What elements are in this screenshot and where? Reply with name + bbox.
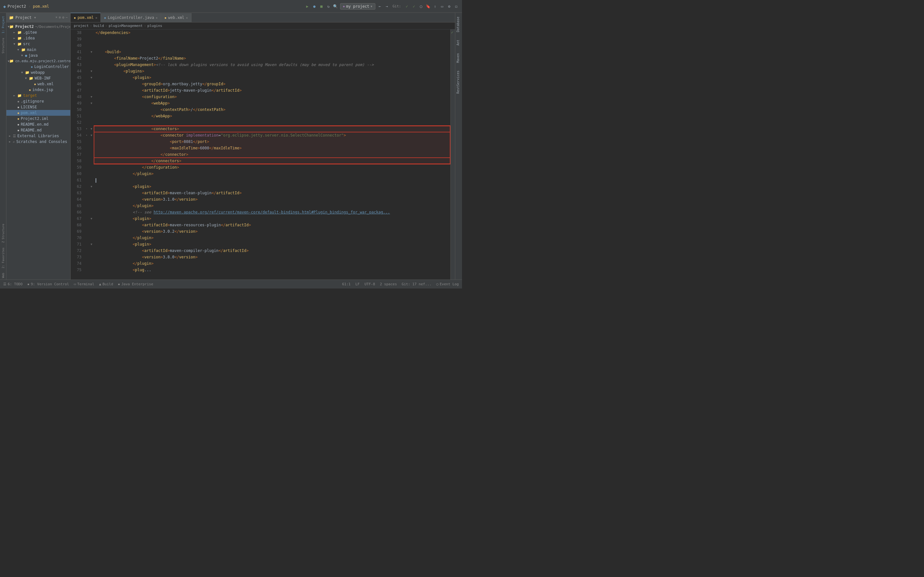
search-button[interactable]: 🔍 <box>333 4 338 9</box>
tree-item-readme[interactable]: . ▪ README.md <box>6 127 70 133</box>
tree-item-webinf[interactable]: ▼ 📁 WEB-INF <box>6 75 70 81</box>
history-button[interactable]: ◯ <box>418 4 423 9</box>
code-line-55: <port>8081</port> <box>94 139 451 145</box>
right-panel-maven[interactable]: Maven <box>455 49 462 67</box>
tab-close-logincontroller[interactable]: ✕ <box>156 16 158 19</box>
tree-item-license[interactable]: . ▪ LICENSE <box>6 104 70 110</box>
main-layout: 1: Project Structure Z Structure 2: Favo… <box>0 13 462 279</box>
status-build[interactable]: ▲ Build <box>99 282 113 286</box>
build-button[interactable]: ■ <box>319 4 324 9</box>
tree-item-logincontroller[interactable]: ► ▪ LoginController <box>6 64 70 69</box>
tree-item-main[interactable]: ▼ 📁 main <box>6 47 70 53</box>
project-panel-title: Project <box>15 15 32 20</box>
tree-item-readmeen[interactable]: . ▪ README.en.md <box>6 121 70 127</box>
tree-item-webapp[interactable]: ▼ 📁 webapp <box>6 69 70 75</box>
status-version-control[interactable]: ▪ 9: Version Control <box>27 282 69 286</box>
tree-item-project2iml[interactable]: . ▪ Project2.iml <box>6 116 70 121</box>
back-button[interactable]: ← <box>377 4 383 9</box>
git-check2[interactable]: ✓ <box>411 4 417 9</box>
panel-icon-gear[interactable]: ⚙ <box>62 15 65 19</box>
tree-item-gitignore[interactable]: . ▪ .gitignore <box>6 98 70 104</box>
panel-icon-close[interactable]: − <box>65 15 68 19</box>
settings-button[interactable]: ⚙ <box>447 4 452 9</box>
tree-item-gitee[interactable]: ► 📁 .gitee <box>6 29 70 35</box>
tree-item-webxml[interactable]: . ▪ web.xml <box>6 81 70 87</box>
code-line-72: <artifactId>maven-compiler-plugin</artif… <box>94 247 451 254</box>
share-button[interactable]: ⇧ <box>433 4 438 9</box>
panel-header-icons: ☀ ≡ ⚙ − <box>55 15 68 19</box>
code-scroll-area[interactable]: 38 39 40 41▼ 42 43 44▼ 45▼ 46 47 48▼ 49▼ <box>71 29 455 279</box>
breadcrumb-item-build[interactable]: build <box>94 24 104 28</box>
left-panel-structure[interactable]: Structure <box>1 36 5 55</box>
tab-close-webxml[interactable]: ✕ <box>186 16 188 19</box>
status-java-enterprise[interactable]: ▪ Java Enterprise <box>118 282 153 286</box>
left-panel-project[interactable]: 1: Project <box>1 15 5 35</box>
label-readmeen: README.en.md <box>21 122 49 127</box>
tree-item-project2[interactable]: ▼ 📁 Project2 ~/Documents/Project2 <box>6 24 70 29</box>
file-tree: ▼ 📁 Project2 ~/Documents/Project2 ► 📁 .g… <box>6 23 70 279</box>
tree-item-idea[interactable]: ► 📁 .idea <box>6 35 70 41</box>
project-logo: ◆ Project2 › pom.xml <box>3 4 49 9</box>
code-line-56: <maxIdleTime>6000</maxIdleTime> <box>94 145 451 151</box>
tree-item-scratches[interactable]: ► ✍ Scratches and Consoles <box>6 139 70 145</box>
label-logincontroller: LoginController <box>34 64 69 69</box>
breadcrumb-item-project[interactable]: project <box>74 24 89 28</box>
left-panel-web[interactable]: Web <box>1 271 5 279</box>
project-selector[interactable]: ◆ my project ▼ <box>340 3 375 10</box>
status-event-log[interactable]: ◯ Event Log <box>436 282 459 286</box>
panel-icon-settings[interactable]: ≡ <box>59 15 61 19</box>
code-line-60: </plugin> <box>94 171 451 177</box>
code-editor[interactable]: project › build › pluginManagement › plu… <box>71 23 455 279</box>
forward-button[interactable]: → <box>384 4 389 9</box>
right-panel-ant[interactable]: Ant <box>455 36 462 49</box>
reload-button[interactable]: ↻ <box>326 4 331 9</box>
run-button[interactable]: ▶ <box>305 4 310 9</box>
bookmark-button[interactable]: 🔖 <box>425 4 431 9</box>
tree-item-extlibs[interactable]: ► ☰ External Libraries <box>6 133 70 139</box>
status-git-info[interactable]: Git: 17 nef... <box>402 282 431 286</box>
tree-item-src[interactable]: ▼ 📁 src <box>6 41 70 47</box>
label-src: src <box>23 42 30 46</box>
breadcrumb-item-pluginmgmt[interactable]: pluginManagement <box>109 24 143 28</box>
tree-item-controller-pkg[interactable]: ▼ 📁 cn.edu.mju.project2.controller <box>6 58 70 64</box>
breadcrumb-item-plugins[interactable]: plugins <box>147 24 162 28</box>
status-encoding[interactable]: UTF-8 <box>365 282 375 286</box>
label-indexjsp: index.jsp <box>32 87 53 92</box>
folder-icon-controller-pkg: 📁 <box>9 59 14 63</box>
code-line-61 <box>94 177 451 183</box>
tree-item-target[interactable]: ► 📁 target <box>6 93 70 98</box>
left-panel-favorites[interactable]: 2: Favorites <box>1 246 5 270</box>
code-text-area[interactable]: </dependencies> <build> <finalName>Proje… <box>94 29 451 279</box>
indent-label: 2 spaces <box>380 282 397 286</box>
maximize-button[interactable]: ◻ <box>454 4 459 9</box>
status-indent[interactable]: 2 spaces <box>380 282 397 286</box>
git-check1[interactable]: ✓ <box>404 4 409 9</box>
folder-icon-webapp: 📁 <box>25 71 29 75</box>
tab-close-pomxml[interactable]: ✕ <box>95 16 97 19</box>
right-panel-restservices[interactable]: RestServices <box>455 67 462 97</box>
tree-item-pomxml[interactable]: . ▪ pom.xml <box>6 110 70 116</box>
status-terminal[interactable]: ▭ Terminal <box>74 282 94 286</box>
label-idea: .idea <box>23 36 35 40</box>
left-panel-zstructure[interactable]: Z Structure <box>1 222 5 245</box>
code-line-42: <finalName>Project2</finalName> <box>94 55 451 61</box>
status-position[interactable]: 61:1 <box>342 282 351 286</box>
status-lf[interactable]: LF <box>355 282 360 286</box>
label-license: LICENSE <box>21 105 37 109</box>
tree-item-java[interactable]: ▼ ● java <box>6 53 70 58</box>
terminal-button[interactable]: ▭ <box>439 4 445 9</box>
tree-item-indexjsp[interactable]: . ▪ index.jsp <box>6 87 70 93</box>
tab-webxml[interactable]: ▪ web.xml ✕ <box>161 13 191 22</box>
panel-icon-globe[interactable]: ☀ <box>55 15 58 19</box>
status-todo[interactable]: ☰ 6: TODO <box>3 282 23 286</box>
debug-button[interactable]: ● <box>312 4 317 9</box>
iml-icon: ▪ <box>17 117 19 121</box>
code-line-53: <connectors> <box>94 126 451 132</box>
tab-pomxml[interactable]: ▪ pom.xml ✕ <box>71 13 101 22</box>
folder-icon-main: 📁 <box>21 48 26 52</box>
right-panel-database[interactable]: Database <box>455 13 462 36</box>
label-target: target <box>23 93 37 98</box>
xml-icon-webxml: ▪ <box>34 82 36 86</box>
label-controller-pkg: cn.edu.mju.project2.controller <box>15 59 70 63</box>
tab-logincontroller[interactable]: ▪ LoginController.java ✕ <box>101 13 161 22</box>
